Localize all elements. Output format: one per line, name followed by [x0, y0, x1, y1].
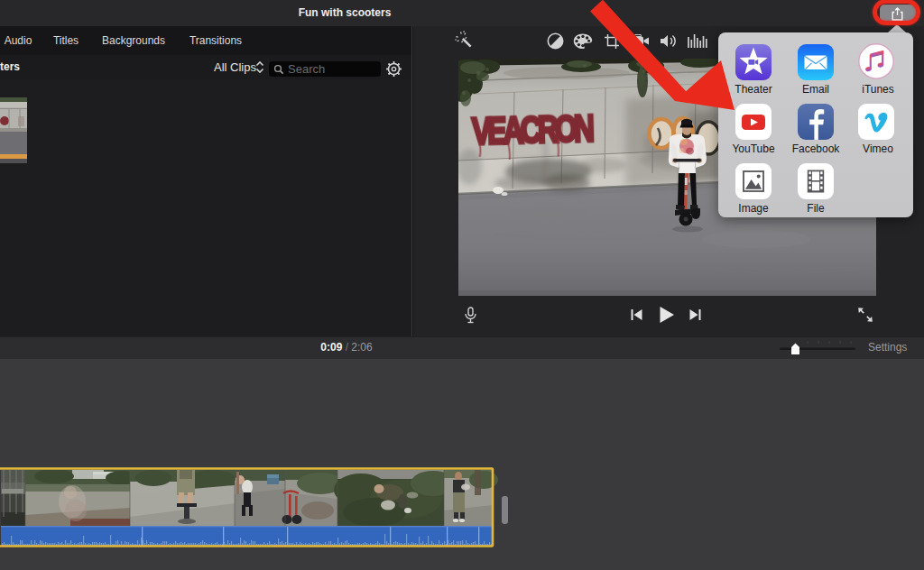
svg-text:VEACRON: VEACRON [471, 106, 594, 152]
